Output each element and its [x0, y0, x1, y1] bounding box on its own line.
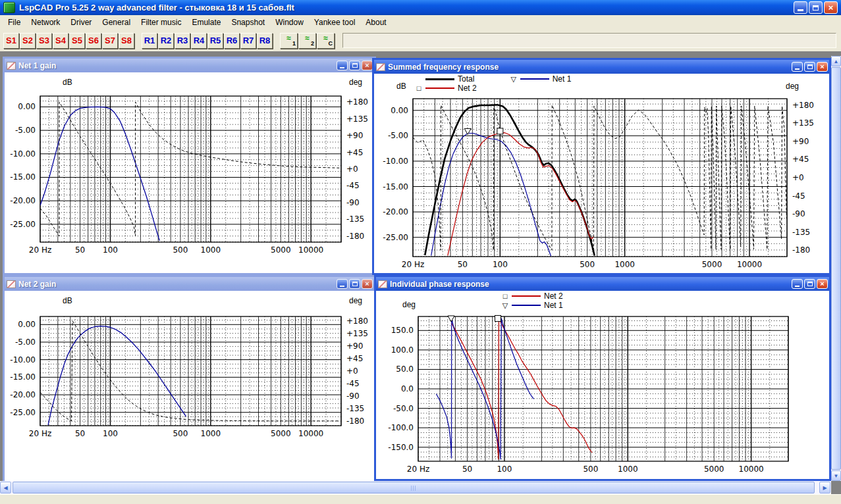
svg-text:+135: +135	[792, 118, 814, 128]
svg-text:-90: -90	[346, 391, 360, 401]
close-icon: ×	[828, 3, 834, 12]
toolbar-button-r5[interactable]: R5	[207, 33, 223, 49]
scroll-left-button[interactable]: ◀	[0, 482, 11, 493]
window-net-2-gain[interactable]: Net 2 gain × dB deg 0.00-5.00-10.00-15.0…	[3, 275, 376, 483]
scroll-right-button[interactable]: ▶	[819, 482, 830, 493]
window-minimize-button[interactable]	[792, 279, 803, 289]
toolbar-button-s2[interactable]: S2	[20, 33, 36, 49]
toolbar-button-r6[interactable]: R6	[224, 33, 240, 49]
vertical-scrollbar[interactable]: ▲ ▼	[831, 56, 841, 481]
square-marker-icon: □	[414, 85, 424, 92]
legend-label: Net 1	[544, 301, 563, 310]
window-close-button[interactable]: ×	[817, 279, 828, 289]
horizontal-scrollbar[interactable]: ◀ ▶	[0, 481, 831, 494]
minimize-icon	[795, 68, 800, 70]
toolbar-button-s1[interactable]: S1	[3, 33, 19, 49]
svg-text:-150.0: -150.0	[388, 443, 414, 452]
menu-about[interactable]: About	[360, 16, 391, 29]
emulate-network-button-1[interactable]: ≈1	[280, 33, 298, 49]
menu-window[interactable]: Window	[270, 16, 309, 29]
scroll-up-button[interactable]: ▲	[831, 56, 841, 66]
window-titlebar[interactable]: Individual phase response ×	[376, 277, 829, 291]
menu-general[interactable]: General	[97, 16, 136, 29]
toolbar-button-s4[interactable]: S4	[53, 33, 68, 49]
svg-text:-135: -135	[792, 228, 810, 237]
horizontal-scrollbar-thumb[interactable]	[13, 482, 815, 493]
window-minimize-button[interactable]	[337, 279, 348, 289]
window-summed-frequency-response[interactable]: Summed frequency response × dB deg Total…	[372, 58, 831, 275]
toolbar-button-s6[interactable]: S6	[86, 33, 101, 49]
menu-filter-music[interactable]: Filter music	[136, 16, 186, 29]
app-close-button[interactable]: ×	[824, 1, 838, 14]
window-maximize-button[interactable]	[349, 61, 360, 70]
toolbar-button-s8[interactable]: S8	[119, 33, 134, 49]
svg-text:+135: +135	[346, 114, 368, 124]
legend-column: ▽Net 1	[508, 74, 572, 93]
window-maximize-button[interactable]	[804, 62, 815, 72]
menu-yankee-tool[interactable]: Yankee tool	[309, 16, 361, 29]
window-individual-phase-response[interactable]: Individual phase response × deg □Net 2▽N…	[374, 275, 831, 481]
toolbar-button-s5[interactable]: S5	[69, 33, 85, 49]
svg-text:-90: -90	[346, 198, 360, 207]
toolbar-button-r8[interactable]: R8	[257, 33, 273, 49]
emulate-network-button-c[interactable]: ≈C	[317, 33, 335, 49]
svg-text:+45: +45	[792, 155, 809, 164]
svg-text:50.0: 50.0	[396, 365, 414, 374]
svg-text:+45: +45	[346, 148, 363, 157]
window-minimize-button[interactable]	[792, 62, 803, 72]
legend-column: □Net 2▽Net 1	[500, 291, 563, 310]
chart-window-icon	[378, 280, 387, 288]
vertical-scrollbar-thumb[interactable]	[831, 67, 841, 470]
chart-window-icon	[7, 62, 16, 70]
emulate-network-button-2[interactable]: ≈2	[298, 33, 316, 49]
svg-text:500: 500	[173, 245, 188, 255]
menu-snapshot[interactable]: Snapshot	[226, 16, 270, 29]
app-maximize-button[interactable]	[809, 1, 823, 14]
window-close-button[interactable]: ×	[817, 62, 828, 72]
scroll-down-button[interactable]: ▼	[831, 470, 841, 481]
toolbar-button-r7[interactable]: R7	[240, 33, 256, 49]
close-icon: ×	[820, 280, 824, 288]
scroll-down-icon: ▼	[834, 473, 839, 479]
app-titlebar[interactable]: LspCAD Pro 5.25 2 way advanced filter - …	[0, 0, 841, 15]
svg-text:50: 50	[462, 465, 472, 474]
svg-text:500: 500	[173, 429, 188, 438]
window-minimize-button[interactable]	[337, 61, 348, 70]
svg-text:1000: 1000	[201, 429, 221, 438]
toolbar-button-s7[interactable]: S7	[102, 33, 118, 49]
window-close-button[interactable]: ×	[362, 279, 373, 289]
window-titlebar[interactable]: Net 1 gain ×	[5, 59, 374, 72]
toolbar-button-s3[interactable]: S3	[36, 33, 52, 49]
window-maximize-button[interactable]	[804, 279, 815, 289]
legend-label: Net 2	[458, 84, 477, 93]
minimize-icon	[798, 9, 803, 11]
menu-file[interactable]: File	[3, 16, 26, 29]
window-net-1-gain[interactable]: Net 1 gain × dB deg 0.00-5.00-10.00-15.0…	[3, 57, 376, 275]
legend-line-sample	[425, 88, 454, 89]
menu-driver[interactable]: Driver	[65, 16, 97, 29]
svg-text:-20.00: -20.00	[10, 196, 36, 205]
svg-text:+135: +135	[346, 329, 368, 338]
window-maximize-button[interactable]	[349, 279, 360, 289]
menu-emulate[interactable]: Emulate	[186, 16, 226, 29]
toolbar-button-r4[interactable]: R4	[191, 33, 207, 49]
toolbar-button-r2[interactable]: R2	[158, 33, 174, 49]
minimize-icon	[340, 286, 344, 287]
toolbar-button-r1[interactable]: R1	[142, 33, 157, 49]
svg-text:5000: 5000	[702, 260, 722, 269]
toolbar-button-r3[interactable]: R3	[175, 33, 190, 49]
filter-network-subscript: 2	[311, 41, 314, 47]
chart-window-icon	[7, 280, 16, 288]
app-minimize-button[interactable]	[794, 1, 807, 14]
svg-text:-180: -180	[346, 416, 364, 426]
window-titlebar[interactable]: Net 2 gain ×	[5, 277, 374, 291]
svg-text:+0: +0	[792, 173, 804, 182]
menu-network[interactable]: Network	[26, 16, 65, 29]
window-titlebar[interactable]: Summed frequency response ×	[374, 60, 829, 74]
individual-phase-response-chart: 150.0100.050.00.0-50.0-100.0-150.020 Hz5…	[376, 291, 829, 479]
minimize-icon	[795, 286, 800, 287]
triangle-marker-icon: ▽	[500, 302, 510, 309]
window-close-button[interactable]: ×	[362, 61, 373, 70]
maximize-icon	[352, 63, 358, 68]
summed-frequency-response-chart: 0.00-5.00-10.00-15.00-20.00-25.00+180+13…	[374, 74, 829, 273]
